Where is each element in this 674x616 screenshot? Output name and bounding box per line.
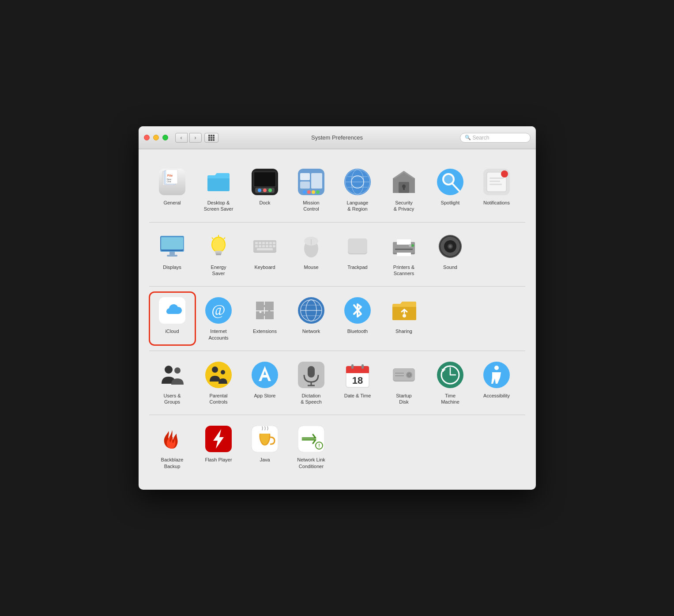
svg-rect-19 [254,172,275,186]
back-button[interactable]: ‹ [175,133,188,143]
minimize-button[interactable] [153,135,159,140]
pref-datetime[interactable]: 18 Date & Time [335,356,381,410]
svg-point-28 [303,190,306,194]
svg-rect-42 [403,187,405,190]
pref-icon-timemachine [436,361,464,389]
svg-rect-7 [211,139,212,141]
svg-rect-49 [489,178,504,179]
close-button[interactable] [144,135,150,140]
pref-icon-backblaze [158,425,186,453]
svg-text:File: File [167,174,173,177]
svg-point-23 [268,189,272,192]
pref-dock[interactable]: Dock [242,163,288,217]
svg-point-113 [403,314,406,317]
svg-rect-76 [255,245,258,247]
svg-rect-1 [211,135,212,136]
pref-trackpad[interactable]: Trackpad [335,228,381,281]
pref-icon-network [297,296,325,325]
svg-rect-92 [397,239,411,245]
svg-rect-57 [169,252,175,255]
svg-line-65 [224,238,225,239]
pref-energy[interactable]: EnergySaver [196,228,242,281]
pref-general[interactable]: File New One General [149,163,196,217]
pref-label-mouse: Mouse [304,264,318,270]
pref-label-users: Users &Groups [163,393,181,405]
pref-startup[interactable]: StartupDisk [381,356,427,410]
pref-icloud[interactable]: iCloud [149,292,196,345]
svg-text:18: 18 [352,375,363,386]
pref-parental[interactable]: ParentalControls [196,356,242,410]
pref-mission[interactable]: MissionControl [288,163,335,217]
pref-icon-language [343,168,372,196]
pref-label-mission: MissionControl [303,200,319,212]
grid-view-button[interactable] [204,133,218,143]
pref-icon-flash [204,425,233,453]
search-placeholder: Search [473,135,489,141]
svg-text:One: One [167,180,171,183]
pref-dictation[interactable]: Dictation& Speech [288,356,335,410]
pref-sound[interactable]: Sound [427,228,474,281]
svg-point-116 [174,367,181,374]
svg-rect-71 [259,242,261,244]
pref-backblaze[interactable]: BackblazeBackup [149,420,196,474]
svg-point-46 [443,174,454,185]
pref-java[interactable]: Java [242,420,288,474]
section-internet: iCloud @ InternetAccounts [149,287,525,351]
maximize-button[interactable] [162,135,168,140]
pref-appstore[interactable]: App Store [242,356,288,410]
pref-label-dictation: Dictation& Speech [301,393,322,405]
pref-networkconditioner[interactable]: ! Network LinkConditioner [288,420,335,474]
pref-keyboard[interactable]: Keyboard [242,228,288,281]
pref-label-networkconditioner: Network LinkConditioner [297,457,325,469]
pref-icon-keyboard [251,232,279,261]
svg-point-117 [205,362,232,388]
pref-mouse[interactable]: Mouse [288,228,335,281]
svg-point-118 [212,367,218,373]
svg-rect-78 [262,245,265,247]
pref-flash[interactable]: Flash Player [196,420,242,474]
svg-point-31 [316,190,320,194]
window-title: System Preferences [311,134,363,141]
pref-label-startup: StartupDisk [396,393,411,405]
pref-icon-datetime: 18 [343,361,372,389]
pref-spotlight[interactable]: Spotlight [427,163,474,217]
svg-rect-25 [300,173,310,180]
pref-printers[interactable]: Printers &Scanners [381,228,427,281]
forward-button[interactable]: › [189,133,202,143]
pref-network[interactable]: Network [288,292,335,345]
pref-extensions[interactable]: Extensions [242,292,288,345]
pref-label-appstore: App Store [254,393,276,399]
pref-icon-java [251,425,279,453]
pref-sharing[interactable]: Sharing [381,292,427,345]
svg-rect-27 [311,173,322,189]
pref-bluetooth[interactable]: Bluetooth [335,292,381,345]
pref-notifications[interactable]: Notifications [474,163,520,217]
svg-point-60 [212,238,225,252]
pref-label-accessibility: Accessibility [483,393,510,399]
pref-internet-accounts[interactable]: @ InternetAccounts [196,292,242,345]
svg-rect-91 [395,249,413,250]
pref-timemachine[interactable]: TimeMachine [427,356,474,410]
pref-language[interactable]: Language& Region [335,163,381,217]
pref-label-java: Java [260,457,270,463]
svg-rect-50 [489,181,500,182]
pref-label-security: Security& Privacy [394,200,414,212]
pref-security[interactable]: Security& Privacy [381,163,427,217]
svg-rect-81 [273,245,275,247]
pref-label-parental: ParentalControls [210,393,228,405]
svg-point-52 [501,170,508,178]
pref-displays[interactable]: Displays [149,228,196,281]
pref-label-displays: Displays [163,264,181,270]
svg-rect-0 [208,135,210,136]
svg-point-144 [494,366,499,370]
pref-icon-internet-accounts: @ [204,296,233,325]
pref-icon-sharing [390,296,418,325]
system-preferences-window: ‹ › System Preferences 🔍 Search [139,126,536,490]
pref-desktop[interactable]: Desktop &Screen Saver [196,163,242,217]
search-box[interactable]: 🔍 Search [460,133,531,143]
pref-label-energy: EnergySaver [211,264,226,277]
pref-users[interactable]: Users &Groups [149,356,196,410]
svg-rect-4 [211,137,212,139]
pref-accessibility[interactable]: Accessibility [474,356,520,410]
svg-point-22 [263,189,267,192]
